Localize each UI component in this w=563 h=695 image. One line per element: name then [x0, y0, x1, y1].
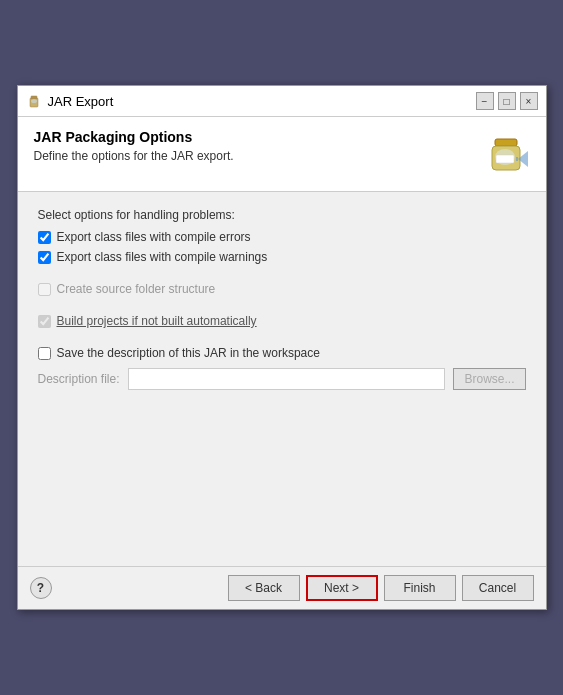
close-button[interactable]: ×	[520, 92, 538, 110]
jar-export-dialog: JAR Export − □ × JAR Packaging Options D…	[17, 85, 547, 610]
checkbox-save-description[interactable]	[38, 347, 51, 360]
window-title: JAR Export	[48, 94, 114, 109]
dialog-header: JAR Packaging Options Define the options…	[18, 117, 546, 192]
checkbox-source-folder-row: Create source folder structure	[38, 282, 526, 296]
browse-button[interactable]: Browse...	[453, 368, 525, 390]
dialog-subtitle: Define the options for the JAR export.	[34, 149, 234, 163]
svg-point-2	[31, 99, 37, 103]
back-button[interactable]: < Back	[228, 575, 300, 601]
title-bar-controls: − □ ×	[476, 92, 538, 110]
checkbox-compile-errors-label[interactable]: Export class files with compile errors	[57, 230, 251, 244]
finish-button[interactable]: Finish	[384, 575, 456, 601]
title-bar: JAR Export − □ ×	[18, 86, 546, 117]
description-label: Description file:	[38, 372, 120, 386]
next-button[interactable]: Next >	[306, 575, 378, 601]
checkbox-compile-warnings[interactable]	[38, 251, 51, 264]
jar-svg	[480, 129, 530, 179]
minimize-button[interactable]: −	[476, 92, 494, 110]
jar-icon	[480, 129, 530, 179]
footer-right: < Back Next > Finish Cancel	[228, 575, 534, 601]
footer-left: ?	[30, 577, 52, 599]
dialog-title: JAR Packaging Options	[34, 129, 234, 145]
section-label: Select options for handling problems:	[38, 208, 526, 222]
title-icon	[26, 93, 42, 109]
checkbox-build-projects-label: Build projects if not built automaticall…	[57, 314, 257, 328]
checkbox-build-projects-link: Build projects if not built automaticall…	[57, 314, 257, 328]
checkbox-source-folder	[38, 283, 51, 296]
checkbox-build-projects	[38, 315, 51, 328]
svg-rect-6	[496, 155, 514, 163]
checkbox-source-folder-label: Create source folder structure	[57, 282, 216, 296]
help-button[interactable]: ?	[30, 577, 52, 599]
svg-rect-1	[31, 96, 37, 99]
dialog-footer: ? < Back Next > Finish Cancel	[18, 566, 546, 609]
description-input[interactable]	[128, 368, 446, 390]
dialog-header-text: JAR Packaging Options Define the options…	[34, 129, 234, 163]
checkbox-save-description-label[interactable]: Save the description of this JAR in the …	[57, 346, 320, 360]
checkbox-compile-errors[interactable]	[38, 231, 51, 244]
checkbox-compile-errors-row: Export class files with compile errors	[38, 230, 526, 244]
checkbox-compile-warnings-label[interactable]: Export class files with compile warnings	[57, 250, 268, 264]
svg-rect-3	[495, 139, 517, 146]
checkbox-compile-warnings-row: Export class files with compile warnings	[38, 250, 526, 264]
title-bar-left: JAR Export	[26, 93, 114, 109]
description-row: Description file: Browse...	[38, 368, 526, 390]
svg-rect-8	[516, 157, 518, 161]
dialog-content: Select options for handling problems: Ex…	[18, 192, 546, 566]
maximize-button[interactable]: □	[498, 92, 516, 110]
checkbox-save-description-row: Save the description of this JAR in the …	[38, 346, 526, 360]
cancel-button[interactable]: Cancel	[462, 575, 534, 601]
checkbox-build-projects-row: Build projects if not built automaticall…	[38, 314, 526, 328]
